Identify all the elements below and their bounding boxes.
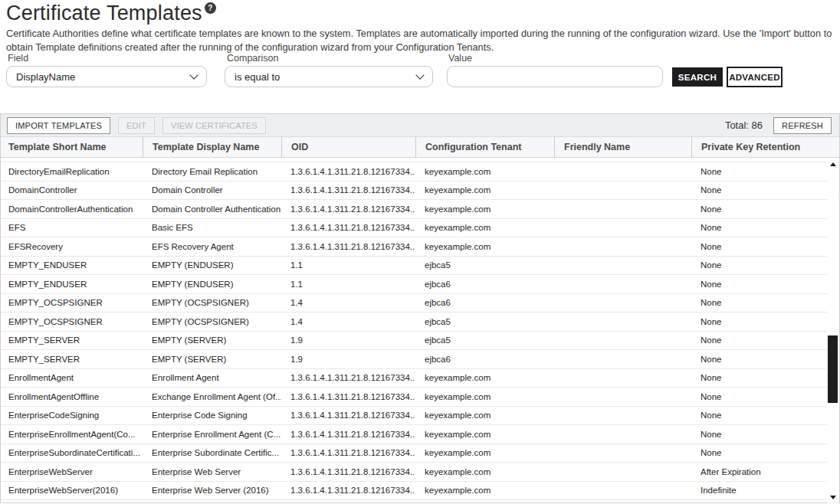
table-row[interactable]: EnterpriseCodeSigning Enterprise Code Si…	[1, 407, 839, 426]
triangle-up-icon	[830, 162, 836, 166]
cell-oid: 1.3.6.1.4.1.311.21.8.12167334....	[281, 162, 415, 181]
cell-template-display-name: Enterprise Web Server (2016)	[143, 482, 281, 500]
cell-configuration-tenant: keyexample.com	[415, 162, 554, 181]
field-label: Field	[8, 53, 28, 64]
cell-private-key-retention: None	[691, 219, 829, 237]
import-templates-button[interactable]: IMPORT TEMPLATES	[7, 117, 110, 134]
scrollbar-thumb[interactable]	[828, 335, 838, 403]
column-header-oid[interactable]: OID	[281, 137, 415, 157]
cell-template-display-name: EMPTY (ENDUSER)	[143, 275, 281, 293]
cell-oid: 1.4	[281, 294, 415, 313]
cell-template-display-name: EMPTY (SERVER)	[143, 350, 281, 368]
table-header-row: Template Short Name Template Display Nam…	[1, 137, 839, 158]
cell-friendly-name	[554, 369, 691, 388]
cell-configuration-tenant: keyexample.com	[415, 407, 554, 425]
cell-private-key-retention: None	[691, 182, 829, 200]
cell-oid: 1.3.6.1.4.1.311.21.8.12167334....	[281, 369, 415, 388]
table-row[interactable]: DomainControllerAuthentication Domain Co…	[1, 200, 839, 219]
cell-oid: 1.3.6.1.4.1.311.21.8.12167334....	[281, 219, 415, 237]
scrollbar-down-button[interactable]	[827, 493, 838, 502]
table-row[interactable]: EMPTY_ENDUSER EMPTY (ENDUSER) 1.1 ejbca6…	[1, 275, 839, 294]
cell-oid: 1.9	[281, 350, 415, 368]
cell-template-display-name: EFS Recovery Agent	[143, 237, 281, 256]
table-row[interactable]: EnrollmentAgentOffline Exchange Enrollme…	[1, 388, 839, 407]
table-row[interactable]: DirectoryEmailReplication Directory Emai…	[1, 162, 839, 182]
table-row[interactable]: EMPTY_SERVER EMPTY (SERVER) 1.9 ejbca5 N…	[1, 332, 839, 351]
cell-configuration-tenant: keyexample.com	[415, 425, 554, 443]
cell-oid: 1.3.6.1.4.1.311.21.8.12167334....	[281, 237, 415, 256]
cell-template-display-name: EMPTY (OCSPSIGNER)	[143, 294, 281, 313]
cell-private-key-retention: None	[691, 257, 829, 275]
scrollbar-track[interactable]	[827, 158, 838, 503]
cell-oid: 1.1	[281, 275, 415, 293]
cell-oid: 1.3.6.1.4.1.311.21.8.12167334....	[281, 200, 415, 218]
cell-configuration-tenant: keyexample.com	[415, 463, 554, 481]
cell-template-display-name: Exchange Enrollment Agent (Of...	[143, 388, 281, 406]
column-header-configuration-tenant[interactable]: Configuration Tenant	[415, 137, 554, 157]
triangle-down-icon	[830, 496, 836, 499]
table-row[interactable]: EFS Basic EFS 1.3.6.1.4.1.311.21.8.12167…	[1, 219, 839, 238]
table-row[interactable]: EMPTY_OCSPSIGNER EMPTY (OCSPSIGNER) 1.4 …	[1, 313, 839, 332]
cell-configuration-tenant: keyexample.com	[415, 200, 554, 218]
cell-template-short-name: DomainController	[1, 182, 143, 200]
field-select[interactable]: DisplayName	[6, 66, 207, 87]
table-row[interactable]: EMPTY_OCSPSIGNER EMPTY (OCSPSIGNER) 1.4 …	[1, 294, 839, 313]
cell-private-key-retention: None	[691, 407, 829, 425]
table-row[interactable]: EnterpriseEnrollmentAgent(Co... Enterpri…	[1, 425, 839, 444]
table-row[interactable]: EMPTY_ENDUSER EMPTY (ENDUSER) 1.1 ejbca5…	[1, 257, 839, 276]
value-input[interactable]	[447, 66, 663, 87]
cell-template-short-name: DomainControllerAuthentication	[1, 200, 143, 218]
comparison-select-value: is equal to	[235, 71, 417, 83]
cell-oid: 1.3.6.1.4.1.311.21.8.12167334....	[281, 407, 415, 425]
value-label: Value	[448, 53, 472, 64]
cell-template-display-name: Basic EFS	[143, 219, 281, 237]
refresh-button[interactable]: REFRESH	[773, 117, 832, 134]
comparison-select[interactable]: is equal to	[225, 66, 433, 87]
cell-template-short-name: EMPTY_SERVER	[1, 332, 143, 350]
cell-private-key-retention: None	[691, 275, 829, 293]
table-row[interactable]: DomainController Domain Controller 1.3.6…	[1, 182, 839, 201]
cell-configuration-tenant: keyexample.com	[415, 388, 554, 406]
column-header-template-display-name[interactable]: Template Display Name	[143, 137, 281, 157]
cell-oid: 1.3.6.1.4.1.311.21.8.12167334....	[281, 425, 415, 443]
cell-oid: 1.3.6.1.4.1.311.21.8.12167334....	[281, 388, 415, 406]
grid-toolbar: IMPORT TEMPLATES EDIT VIEW CERTIFICATES …	[1, 114, 839, 137]
table-row[interactable]: EMPTY_SERVER EMPTY (SERVER) 1.9 ejbca6 N…	[1, 350, 839, 369]
cell-template-short-name: EnrollmentAgent	[1, 369, 143, 388]
comparison-label: Comparison	[227, 53, 278, 64]
table-row[interactable]: EnterpriseWebServer Enterprise Web Serve…	[1, 463, 839, 482]
cell-private-key-retention: After Expiration	[691, 463, 829, 481]
table-row[interactable]: EnterpriseWebServer(2016) Enterprise Web…	[1, 482, 839, 501]
total-count: Total: 86	[725, 119, 763, 131]
cell-template-short-name: EMPTY_ENDUSER	[1, 275, 143, 293]
cell-template-short-name: EMPTY_OCSPSIGNER	[1, 313, 143, 331]
cell-friendly-name	[554, 313, 691, 331]
cell-template-short-name: EMPTY_OCSPSIGNER	[1, 294, 143, 313]
table-row[interactable]: EFSRecovery EFS Recovery Agent 1.3.6.1.4…	[1, 237, 839, 257]
cell-oid: 1.3.6.1.4.1.311.21.8.12167334....	[281, 463, 415, 481]
column-header-friendly-name[interactable]: Friendly Name	[554, 137, 691, 157]
column-header-template-short-name[interactable]: Template Short Name	[1, 137, 143, 157]
cell-template-display-name: Domain Controller	[143, 182, 281, 200]
cell-oid: 1.3.6.1.4.1.311.21.8.12167334....	[281, 444, 415, 463]
scrollbar-up-button[interactable]	[827, 159, 838, 169]
cell-friendly-name	[554, 200, 691, 218]
column-header-private-key-retention[interactable]: Private Key Retention	[691, 137, 829, 157]
cell-template-display-name: EMPTY (OCSPSIGNER)	[143, 313, 281, 331]
cell-configuration-tenant: ejbca5	[415, 257, 554, 275]
cell-private-key-retention: None	[691, 313, 829, 331]
cell-oid: 1.3.6.1.4.1.311.21.8.12167334....	[281, 482, 415, 500]
help-icon[interactable]: ?	[205, 2, 216, 14]
cell-private-key-retention: None	[691, 294, 829, 313]
table-row[interactable]: EnterpriseSubordinateCertificati... Ente…	[1, 444, 839, 463]
cell-friendly-name	[554, 482, 691, 500]
search-button[interactable]: SEARCH	[672, 67, 723, 87]
table-body: DirectoryEmailReplication Directory Emai…	[1, 158, 839, 502]
cell-friendly-name	[554, 350, 691, 368]
cell-template-short-name: EFSRecovery	[1, 237, 143, 256]
cell-template-display-name: Domain Controller Authentication	[143, 200, 281, 218]
advanced-button[interactable]: ADVANCED	[727, 67, 783, 87]
cell-friendly-name	[554, 162, 691, 181]
table-row[interactable]: EnrollmentAgent Enrollment Agent 1.3.6.1…	[1, 369, 839, 388]
cell-template-short-name: EnterpriseWebServer(2016)	[1, 482, 143, 500]
